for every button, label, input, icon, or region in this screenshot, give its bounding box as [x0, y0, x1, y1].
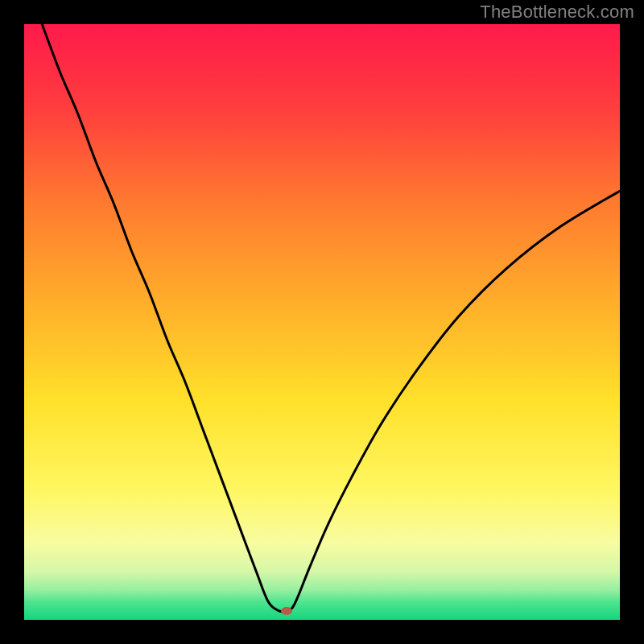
- optimum-marker: [281, 607, 292, 615]
- bottleneck-curve: [24, 24, 620, 620]
- chart-frame: TheBottleneck.com: [0, 0, 644, 644]
- watermark-text: TheBottleneck.com: [480, 2, 634, 23]
- plot-area: [24, 24, 620, 620]
